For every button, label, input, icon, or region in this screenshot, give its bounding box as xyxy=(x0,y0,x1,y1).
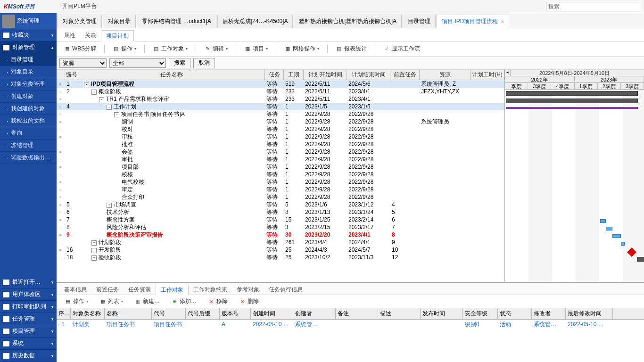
gantt-chart[interactable]: ◂2022年5月8日-2024年5月10日 2022年2023年 季度3季度4季… xyxy=(505,70,644,282)
search-button[interactable]: 搜索 xyxy=(169,58,190,68)
show-workflow-button[interactable]: ✓显示工作流 xyxy=(379,43,424,55)
task-row[interactable]: ▫合众打印等待12022/9/282022/9/28 xyxy=(57,193,504,201)
sidebar-item[interactable]: 创建对象 xyxy=(0,90,57,103)
bottom-op-button[interactable]: ▤操作▾ xyxy=(60,296,92,307)
document-tab[interactable]: 零部件结构管理 …oduct1]A xyxy=(137,15,216,28)
task-row[interactable]: ▫5+市场调查等待52023/1/62023/1/124 xyxy=(57,201,504,208)
operation-button[interactable]: ▤操作▾ xyxy=(108,43,140,55)
resource-select[interactable]: 资源 xyxy=(59,58,107,68)
edit-button[interactable]: ✎编辑▾ xyxy=(200,43,232,55)
tree-toggle-icon[interactable]: - xyxy=(91,90,97,95)
wbs-button[interactable]: ≣WBS分解 xyxy=(59,43,100,55)
document-tab[interactable]: 项目:IPD项目管理流程× xyxy=(437,15,509,28)
sidebar-item[interactable]: 对象目录 xyxy=(0,66,57,78)
sidebar-item[interactable]: 对象分类管理 xyxy=(0,78,57,90)
sidebar-item[interactable]: 冻结管理 xyxy=(0,140,57,152)
task-row[interactable]: ▫编制等待12022/9/282022/9/28系统管理员 xyxy=(57,118,504,125)
task-row[interactable]: ▫8风险分析和评估等待32023/2/152023/2/177 xyxy=(57,223,504,231)
task-row[interactable]: ▫项目部等待12022/9/282022/9/28 xyxy=(57,163,504,171)
bottom-grid-row[interactable]: ▫1 计划类 项目任务书 项目任务书 A 2022-05-10 … 系统管… 级… xyxy=(57,320,644,329)
report-button[interactable]: ▤报表统计 xyxy=(331,43,371,55)
task-row[interactable]: ▫-项目任务书[项目任务书]A等待12022/9/282022/9/28 xyxy=(57,110,504,118)
task-row[interactable]: ▫批准等待12022/9/282022/9/28 xyxy=(57,140,504,148)
sidebar-section[interactable]: 任务管理▾ xyxy=(0,313,57,325)
tree-toggle-icon[interactable]: + xyxy=(91,255,97,261)
bottom-tab[interactable]: 工作对象约束 xyxy=(189,284,232,295)
bottom-remove-button[interactable]: ⊗移除 xyxy=(204,296,232,307)
col-pre[interactable]: 前置任务 xyxy=(390,70,420,80)
col-res[interactable]: 资源 xyxy=(420,70,471,80)
task-row[interactable]: ▫6技术分析等待82023/1/132023/1/245 xyxy=(57,208,504,216)
document-tab[interactable]: 后桥壳总成[24…-K4500]A xyxy=(217,15,293,28)
cancel-button[interactable]: 取消 xyxy=(193,58,215,68)
bottom-delete-button[interactable]: ⊗删除 xyxy=(235,296,263,307)
bottom-tab[interactable]: 工作对象 xyxy=(156,285,189,295)
task-row[interactable]: ▫4-工作计划等待12023/1/52023/1/5 xyxy=(57,103,504,110)
sidebar-section[interactable]: 打印审批队列▾ xyxy=(0,301,57,313)
tree-toggle-icon[interactable]: + xyxy=(91,248,97,253)
task-row[interactable]: ▫-TR1 产品需求和概念评审等待2332022/5/112023/4/1 xyxy=(57,95,504,103)
tree-toggle-icon[interactable]: - xyxy=(84,82,89,87)
task-row[interactable]: ▫会签等待12022/9/282022/9/28 xyxy=(57,148,504,156)
sidebar-section[interactable]: 历史数据▾ xyxy=(0,350,57,362)
tree-toggle-icon[interactable]: - xyxy=(99,97,104,102)
nav-favorites[interactable]: 收藏夹▾ xyxy=(0,29,57,41)
sidebar-section[interactable]: 项目管理▾ xyxy=(0,325,57,337)
task-row[interactable]: ▫审定等待12022/9/282022/9/28 xyxy=(57,186,504,193)
sidebar-section[interactable]: 用户体验区▾ xyxy=(0,288,57,301)
sidebar-item[interactable]: 查询 xyxy=(0,127,57,140)
task-row[interactable]: ▫18+验收阶段等待252023/10/22023/11/312 xyxy=(57,254,504,261)
bottom-tab[interactable]: 参考对象 xyxy=(232,284,264,295)
bottom-tab[interactable]: 任务执行信息 xyxy=(264,284,307,295)
sidebar-item[interactable]: 目录管理 xyxy=(0,54,57,66)
tree-toggle-icon[interactable]: - xyxy=(107,105,112,110)
task-row[interactable]: ▫校对等待12022/9/282022/9/28 xyxy=(57,125,504,133)
col-end[interactable]: 计划结束时间 xyxy=(347,70,390,80)
bottom-tab[interactable]: 基本信息 xyxy=(59,284,91,295)
bottom-list-button[interactable]: ▦列表▾ xyxy=(95,296,127,307)
sub-tab[interactable]: 项目计划 xyxy=(101,30,134,41)
sidebar-section[interactable]: 系统▾ xyxy=(0,337,57,350)
task-row[interactable]: ▫16+开发阶段等待252024/4/32024/5/710 xyxy=(57,246,504,254)
document-tab[interactable]: 对象分类管理 xyxy=(58,15,102,28)
task-row[interactable]: ▫审核等待12022/9/282022/9/28 xyxy=(57,133,504,140)
col-hours[interactable]: 计划工时(H) xyxy=(471,70,504,80)
col-name[interactable]: 任务名称 xyxy=(78,70,265,80)
search-input[interactable] xyxy=(546,2,640,11)
work-object-button[interactable]: ▥工作对象▾ xyxy=(149,43,192,55)
task-row[interactable]: ▫电气校核等待12022/9/282022/9/28 xyxy=(57,178,504,186)
tree-toggle-icon[interactable]: + xyxy=(91,240,97,246)
sidebar-section[interactable]: 最近打开…▾ xyxy=(0,276,57,288)
gantt-body[interactable] xyxy=(505,90,644,282)
tree-toggle-icon[interactable]: + xyxy=(107,203,112,208)
task-row[interactable]: ▫审批等待12022/9/282022/9/28 xyxy=(57,156,504,163)
document-tab[interactable]: 塑料热熔接铆合机[塑料热熔接铆合机]A xyxy=(294,15,402,28)
grid-body[interactable]: ▫1-IPD项目管理流程等待5192022/5/112024/5/6系统管理员,… xyxy=(57,80,504,282)
all-select[interactable]: 全部 xyxy=(109,58,166,68)
document-tab[interactable]: 对象目录 xyxy=(103,15,136,28)
close-icon[interactable]: × xyxy=(501,19,504,25)
bottom-add-button[interactable]: ⊕添加… xyxy=(167,296,201,307)
user-block[interactable]: 系统管理 xyxy=(0,13,57,29)
bottom-tab[interactable]: 任务资源 xyxy=(124,284,156,295)
sub-tab[interactable]: 属性 xyxy=(59,30,80,41)
document-tab[interactable]: 目录管理 xyxy=(403,15,436,28)
task-row[interactable]: ▫1-IPD项目管理流程等待5192022/5/112024/5/6系统管理员,… xyxy=(57,80,504,88)
tree-toggle-icon[interactable]: - xyxy=(114,112,119,117)
col-dur[interactable]: 工期 xyxy=(284,70,304,80)
sidebar-item[interactable]: 我检出的文档 xyxy=(0,115,57,127)
col-task[interactable]: 任务 xyxy=(265,70,284,80)
task-row[interactable]: ▫校核等待12022/9/282022/9/28 xyxy=(57,171,504,178)
bottom-new-button[interactable]: ▥新建… xyxy=(130,296,164,307)
col-idx[interactable]: 编号 xyxy=(65,70,78,80)
task-row[interactable]: ▫+计划阶段等待2612023/4/42024/4/19 xyxy=(57,239,504,246)
sidebar-item[interactable]: 我创建的对象 xyxy=(0,103,57,115)
grid-op-button[interactable]: ▦网格操作▾ xyxy=(280,43,323,55)
task-row[interactable]: ▫2-概念阶段等待2332022/5/112023/4/1JFZX,YHTY,Z… xyxy=(57,88,504,95)
col-start[interactable]: 计划开始时间 xyxy=(304,70,347,80)
bottom-tab[interactable]: 前置任务 xyxy=(91,284,124,295)
sub-tab[interactable]: 关联 xyxy=(80,30,101,41)
nav-object-mgmt[interactable]: 对象管理▴ xyxy=(0,41,57,54)
bottom-grid[interactable]: 序… 对象类名称 名称 代号 代号后缀 版本号 创建时间 创建者 备注 描述 发… xyxy=(57,308,644,362)
sidebar-item[interactable]: 试验数据输出… xyxy=(0,152,57,164)
